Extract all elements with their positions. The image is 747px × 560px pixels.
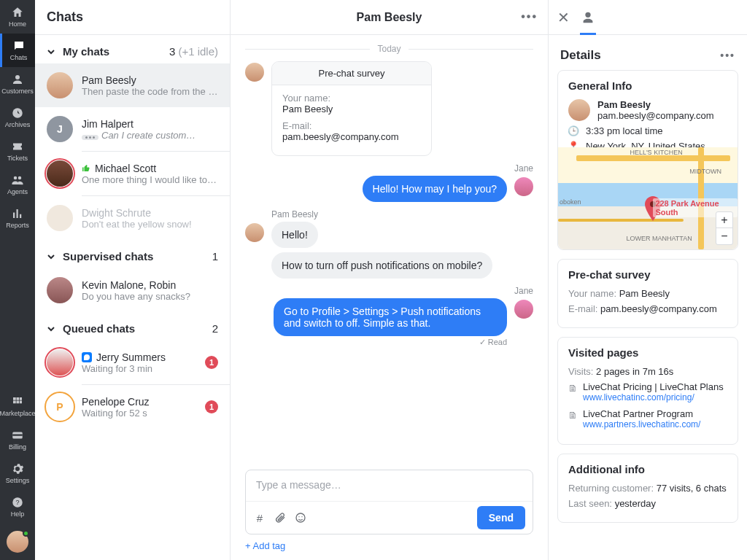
page-icon: 🗎 [568, 383, 577, 394]
message-composer[interactable]: Type a message… # Send [245, 470, 533, 534]
online-status-dot [23, 530, 29, 537]
message-row: Hello! How may I help you? [245, 176, 533, 202]
current-agent-avatar[interactable] [7, 531, 28, 553]
message-row: Go to Profile > Settings > Push notifica… [245, 298, 533, 347]
avatar [47, 160, 73, 187]
zoom-in-button[interactable]: + [716, 212, 732, 228]
svg-point-6 [298, 516, 299, 517]
chats-header: Chats [35, 0, 230, 35]
svg-text:?: ? [15, 499, 19, 506]
conversation-header: Pam Beesly ••• [231, 0, 548, 35]
additional-info-card: Additional info Returning customer: 77 v… [557, 454, 738, 523]
nav-marketplace[interactable]: Marketplace [0, 389, 35, 423]
avatar: J [47, 116, 73, 142]
chat-item[interactable]: Dwight SchruteDon't eat the yellow snow! [35, 196, 230, 240]
nav-tickets[interactable]: Tickets [0, 134, 35, 168]
unread-badge: 1 [205, 400, 218, 413]
send-button[interactable]: Send [477, 506, 525, 529]
svg-rect-2 [12, 435, 23, 436]
emoji-icon[interactable] [294, 511, 307, 524]
close-icon[interactable]: ✕ [557, 9, 570, 26]
chats-panel: Chats My chats 3 (+1 idle) Pam BeeslyThe… [35, 0, 231, 560]
message-bubble: How to turn off push notifications on mo… [271, 252, 492, 279]
nav-archives[interactable]: Archives [0, 101, 35, 134]
nav-billing[interactable]: Billing [0, 423, 35, 456]
svg-point-5 [296, 513, 305, 522]
general-info-card: General Info Pam Beeslypam.beesly@compan… [557, 70, 738, 250]
group-my-chats[interactable]: My chats 3 (+1 idle) [35, 35, 230, 63]
message-bubble: Hello! How may I help you? [363, 176, 507, 202]
sender-label: Pam Beesly [271, 209, 533, 219]
conversation-panel: Pam Beesly ••• Today Pre-chat survey You… [231, 0, 549, 560]
sender-label: Jane [245, 163, 533, 174]
person-tab[interactable] [580, 9, 596, 26]
chat-item[interactable]: J Jim HalpertCan I create custom… [35, 107, 230, 151]
message-row: Pre-chat survey Your name:Pam Beesly E-m… [245, 61, 533, 156]
read-receipt: Read [274, 338, 507, 347]
hash-icon[interactable]: # [253, 511, 266, 524]
prechat-survey-card: Pre-chat survey Your name: Pam Beesly E-… [557, 259, 738, 328]
avatar [47, 277, 73, 303]
avatar [47, 349, 73, 376]
zoom-out-button[interactable]: − [716, 228, 732, 244]
chat-item[interactable]: Kevin Malone, RobinDo you have any snack… [35, 268, 230, 312]
avatar [514, 177, 533, 196]
avatar [514, 300, 533, 319]
avatar [568, 99, 590, 121]
nav-settings[interactable]: Settings [0, 456, 35, 490]
visited-page-link[interactable]: www.partners.livechatinc.com/ [583, 419, 700, 429]
unread-badge: 1 [205, 356, 218, 369]
conversation-menu-icon[interactable]: ••• [521, 10, 538, 23]
survey-card: Pre-chat survey Your name:Pam Beesly E-m… [271, 61, 432, 156]
nav-agents[interactable]: Agents [0, 168, 35, 201]
message-row: Hello! How to turn off push notification… [245, 222, 533, 279]
conversation-title: Pam Beesly [357, 11, 422, 24]
chat-item[interactable]: P Penelope CruzWaiting for 52 s 1 [35, 385, 230, 429]
svg-point-7 [301, 516, 302, 517]
nav-customers[interactable]: Customers [0, 67, 35, 101]
thumbs-up-icon [82, 164, 90, 173]
group-supervised-chats[interactable]: Supervised chats1 [35, 240, 230, 268]
nav-rail: Home Chats Customers Archives Tickets Ag… [0, 0, 35, 560]
nav-home[interactable]: Home [0, 0, 35, 34]
nav-reports[interactable]: Reports [0, 201, 35, 235]
location-map[interactable]: HELL'S KITCHEN MIDTOWN oboken LOWER MANH… [558, 147, 738, 249]
typing-icon [82, 135, 98, 140]
chat-item[interactable]: Jerry SummersWaiting for 3 min 1 [35, 341, 230, 384]
avatar [47, 72, 73, 98]
sender-label: Jane [245, 286, 533, 296]
nav-chats[interactable]: Chats [0, 34, 35, 67]
date-separator: Today [245, 44, 533, 54]
avatar [245, 63, 264, 82]
page-icon: 🗎 [568, 410, 577, 421]
visited-page-link[interactable]: www.livechatinc.com/pricing/ [583, 392, 724, 402]
details-title: Details [560, 48, 601, 63]
attachment-icon[interactable] [274, 511, 287, 524]
visited-pages-card: Visited pages Visits: 2 pages in 7m 16s … [557, 337, 738, 445]
chat-item[interactable]: Pam BeeslyThen paste the code from the e… [35, 63, 230, 107]
chat-item[interactable]: Michael ScottOne more thing I would like… [35, 152, 230, 195]
add-tag-button[interactable]: + Add tag [231, 537, 548, 560]
avatar [245, 223, 264, 242]
clock-icon: 🕒 [568, 125, 578, 136]
chevron-down-icon [47, 47, 55, 56]
nav-help[interactable]: ?Help [0, 490, 35, 524]
avatar: P [47, 394, 73, 420]
avatar [47, 205, 73, 231]
map-zoom: +− [716, 211, 733, 245]
chevron-down-icon [47, 324, 55, 333]
message-bubble: Go to Profile > Settings > Push notifica… [274, 298, 507, 336]
message-bubble: Hello! [271, 222, 318, 248]
messenger-icon [82, 352, 92, 362]
details-panel: ✕ Details ••• General Info Pam Beeslypam… [549, 0, 747, 560]
details-menu-icon[interactable]: ••• [720, 50, 735, 61]
message-input[interactable]: Type a message… [246, 470, 533, 501]
group-queued-chats[interactable]: Queued chats2 [35, 312, 230, 341]
chevron-down-icon [47, 252, 55, 261]
